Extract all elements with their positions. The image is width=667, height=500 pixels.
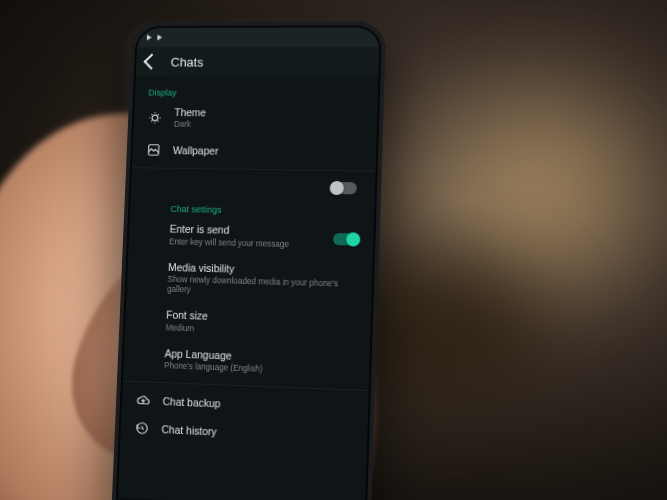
phone-screen: Chats Display Theme Dark Wallpaper	[117, 27, 380, 500]
divider	[132, 168, 376, 172]
svg-point-0	[152, 115, 158, 121]
enter-is-send-sub: Enter key will send your message	[169, 237, 321, 251]
status-left-icon-2	[157, 35, 162, 41]
wallpaper-icon	[146, 143, 162, 157]
row-theme[interactable]: Theme Dark	[133, 99, 378, 139]
back-arrow-icon	[144, 53, 160, 69]
section-display-label: Display	[135, 82, 379, 101]
wallpaper-label: Wallpaper	[173, 144, 363, 159]
toggle-enter-is-send[interactable]	[333, 233, 360, 246]
row-unknown-toggle[interactable]	[131, 172, 376, 202]
phone-frame: Chats Display Theme Dark Wallpaper	[110, 21, 386, 500]
media-visibility-sub: Show newly downloaded media in your phon…	[167, 275, 358, 301]
row-enter-is-send[interactable]: Enter is send Enter key will send your m…	[128, 215, 374, 258]
app-bar: Chats	[136, 47, 380, 77]
row-wallpaper[interactable]: Wallpaper	[132, 136, 377, 167]
settings-list: Display Theme Dark Wallpaper	[120, 76, 378, 453]
theme-value: Dark	[174, 120, 363, 132]
status-left-icon	[147, 35, 152, 41]
toggle-unknown[interactable]	[331, 182, 357, 194]
row-app-language[interactable]: App Language Phone's language (English)	[123, 339, 370, 386]
row-media-visibility[interactable]: Media visibility Show newly downloaded m…	[126, 253, 373, 308]
chat-backup-label: Chat backup	[162, 395, 354, 416]
theme-icon	[147, 111, 163, 125]
theme-label: Theme	[174, 106, 363, 120]
chat-history-label: Chat history	[161, 423, 353, 445]
back-button[interactable]	[146, 56, 158, 68]
history-icon	[134, 421, 150, 436]
status-bar	[137, 27, 380, 47]
cloud-upload-icon	[135, 393, 151, 408]
page-title: Chats	[170, 54, 203, 69]
